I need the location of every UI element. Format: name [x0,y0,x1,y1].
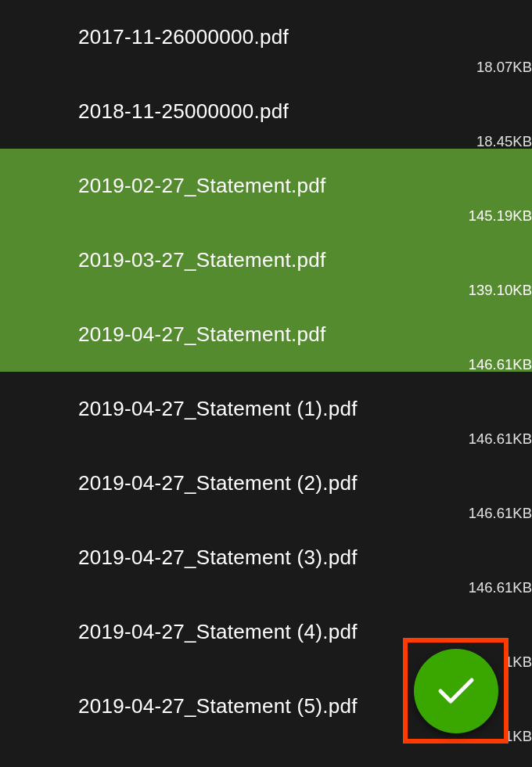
file-item[interactable]: 2019-04-27_Statement (1).pdf146.61KB [0,372,532,446]
file-size: 146.61KB [469,430,532,448]
file-item[interactable]: 2019-04-27_Statement.pdf146.61KB [0,297,532,372]
file-name: 2019-04-27_Statement (4).pdf [0,620,358,644]
file-name: 2017-11-26000000.pdf [0,25,289,49]
file-size: 139.10KB [469,282,532,299]
file-item[interactable]: 2019-03-27_Statement.pdf139.10KB [0,223,532,297]
fab-highlight-box [403,638,509,744]
confirm-button[interactable] [414,649,498,733]
file-size: 146.61KB [469,505,532,522]
file-item[interactable]: 2019-04-27_Statement (2).pdf146.61KB [0,446,532,520]
file-name: 2018-11-25000000.pdf [0,99,289,124]
file-size: 145.19KB [469,207,532,225]
file-size: 146.61KB [469,356,532,373]
file-name: 2019-04-27_Statement (5).pdf [0,694,358,718]
file-item[interactable]: 2019-04-27_Statement (3).pdf146.61KB [0,520,532,595]
file-item[interactable]: 2019-02-27_Statement.pdf145.19KB [0,149,532,223]
file-name: 2019-04-27_Statement (2).pdf [0,471,358,495]
file-size: 18.07KB [476,59,532,76]
file-item[interactable]: 2018-11-25000000.pdf18.45KB [0,74,532,149]
file-name: 2019-04-27_Statement (1).pdf [0,397,358,421]
file-size: 18.45KB [476,133,532,150]
file-item[interactable]: 2017-11-26000000.pdf18.07KB [0,0,532,74]
file-name: 2019-03-27_Statement.pdf [0,248,326,272]
file-list: 2017-11-26000000.pdf18.07KB2018-11-25000… [0,0,532,744]
checkmark-icon [437,675,476,707]
file-size: 146.61KB [469,579,532,596]
file-name: 2019-02-27_Statement.pdf [0,174,326,198]
file-name: 2019-04-27_Statement (3).pdf [0,546,358,570]
file-name: 2019-04-27_Statement.pdf [0,322,326,347]
